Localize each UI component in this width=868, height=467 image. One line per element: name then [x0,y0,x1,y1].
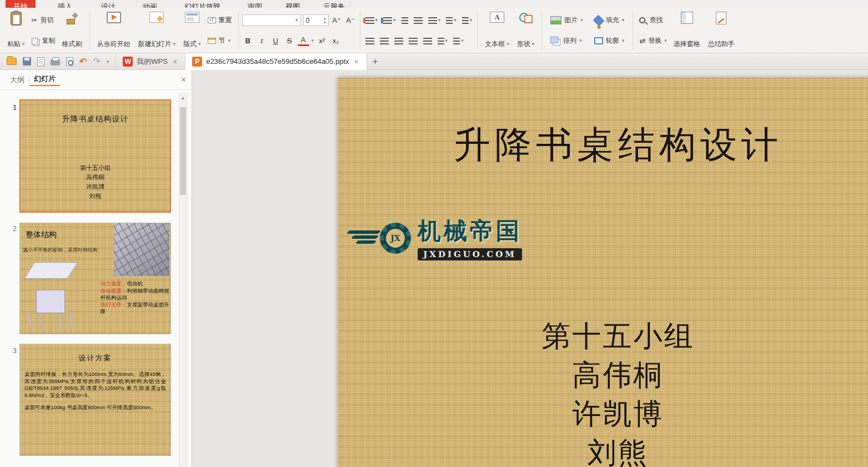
close-tab-icon[interactable]: × [172,57,178,66]
tab-slides[interactable]: 幻灯片 [29,74,60,86]
replace-button[interactable]: ⇄ 替换 ▾ [636,35,669,47]
underline-button[interactable]: U [270,36,282,47]
thumb2-items: 动力装置：电动机 传动装置：利用轴带动曲柄摇杆机构运动 执行元件：支撑架带动桌面… [101,280,171,315]
close-tab-icon[interactable]: × [353,57,360,66]
quick-access-icons: ↶ ↷ ▾ [0,56,116,67]
tab-cloud[interactable]: 云服务 [315,0,353,8]
group-separator [633,12,633,49]
spin-up-icon[interactable]: ▴ [324,16,326,21]
dropdown-arrow-icon[interactable]: ▾ [312,38,314,43]
align-left-button[interactable] [364,37,376,46]
justify-button[interactable] [407,37,419,46]
textbox-button[interactable]: 文本框▾ [481,9,513,52]
copy-button[interactable]: 复制 [29,35,58,47]
open-folder-icon[interactable] [7,58,17,65]
quickbar-dropdown-icon[interactable]: ▾ [107,59,109,64]
align-right-button[interactable] [393,37,405,46]
paste-icon [11,12,22,26]
print-icon[interactable] [51,59,60,66]
tab-my-wps[interactable]: W 我的WPS × [116,53,185,70]
logo-text-cn: 机械帝国 [418,215,522,247]
tab-view[interactable]: 视图 [278,0,308,8]
dropdown-arrow-icon: ▾ [22,42,25,47]
fill-button[interactable]: 填充 ▾ [591,14,628,26]
slide-subtitle-block[interactable]: 第十五小组 高伟桐 许凯博 刘熊 [338,317,868,467]
cut-button[interactable]: ✂ 剪切 [29,14,58,26]
find-button[interactable]: 查找 [636,14,669,26]
picture-button[interactable]: 图片 ▾ [548,14,586,26]
selection-pane-button[interactable]: 选择窗格 [670,9,704,52]
strikethrough-button[interactable]: S [284,36,295,47]
panel-scrollbar[interactable]: ▲ [179,93,187,467]
tab-document[interactable]: P e236c7943d35a48c57e59d5b6ce64a05.pptx … [185,53,367,70]
slide-line: 第十五小组 [338,317,868,355]
reset-button[interactable]: 重置 [205,14,235,26]
picture-label: 图片 [564,16,578,25]
grow-font-button[interactable]: A⁺ [331,15,343,26]
export-icon[interactable] [37,57,44,66]
save-icon[interactable] [23,57,31,66]
bold-button[interactable]: B [242,36,254,47]
close-panel-icon[interactable]: × [181,75,186,85]
new-slide-button[interactable]: 新建幻灯片▾ [134,9,180,52]
columns-button[interactable]: ▾ [444,16,458,25]
superscript-button[interactable]: x² [316,36,328,47]
summary-assistant-button[interactable]: 总结助手 [704,9,739,52]
distribute-button[interactable] [422,37,434,46]
undo-button[interactable]: ↶ [79,56,87,67]
shrink-font-button[interactable]: A⁻ [345,15,357,26]
italic-button[interactable]: I [256,36,268,47]
thumb1-title: 升降书桌结构设计 [21,114,170,124]
logo-emblem: JX [348,220,413,256]
play-from-current-button[interactable]: 从当前开始 [93,9,134,52]
font-name-select[interactable]: ▾ [242,14,301,26]
slide-canvas[interactable]: 升降书桌结构设计 JX 机械帝国 JXDIGUO.COM 第十五小组 高伟桐 许… [338,78,868,467]
vertical-text-button[interactable]: ▾ [451,37,465,46]
print-preview-icon[interactable] [66,57,73,66]
section-button[interactable]: 节 ▾ [205,35,235,47]
scroll-up-icon[interactable]: ▲ [179,94,187,103]
tab-animation[interactable]: 动画 [135,0,165,8]
format-painter-button[interactable]: 格式刷 [58,9,86,52]
redo-button[interactable]: ↷ [93,56,100,67]
gear-letters: JX [390,234,400,243]
slide-title[interactable]: 升降书桌结构设计 [338,120,868,170]
arrange-button[interactable]: 排列 ▾ [548,35,586,47]
subscript-button[interactable]: x₂ [330,36,342,47]
decrease-indent-button[interactable] [400,16,410,25]
bullets-button[interactable]: ▾ [364,16,380,25]
logo-text-en: JXDIGUO.COM [418,248,522,260]
outline-button[interactable]: 轮廓 ▾ [591,35,628,47]
slide-thumbnail-1[interactable]: 升降书桌结构设计 第十五小组 高伟桐 许凯博 刘熊 [19,99,171,213]
shapes-button[interactable]: 形状▾ [513,9,539,52]
textbox-icon [490,12,504,23]
tab-slideshow[interactable]: 幻灯片放映 [177,0,228,8]
slide-thumbnail-3[interactable]: 设计方案 桌面用纤维板，长方形长为100mm,宽为80mm。选择45钢，其强度为… [19,344,171,456]
numbering-button[interactable]: ▾ [382,16,398,25]
tab-design[interactable]: 设计 [93,0,123,8]
row-spacing-button[interactable]: ▾ [436,37,450,46]
text-direction-button[interactable]: ▾ [460,16,474,25]
font-size-select[interactable]: 0 ▴▾ [303,14,329,26]
tab-home[interactable]: 开始 [6,0,36,8]
line-spacing-button[interactable]: ▾ [427,16,443,25]
scrollbar-thumb[interactable] [180,107,186,195]
tab-review[interactable]: 审阅 [240,0,270,8]
align-center-button[interactable] [378,37,390,46]
tab-insert[interactable]: 插入 [50,0,80,8]
group-separator [477,12,478,49]
row-spacing-icon [438,38,444,44]
layout-button[interactable]: 版式▾ [179,9,205,52]
reset-icon [208,17,216,23]
paste-button[interactable]: 粘贴▾ [3,9,29,52]
increase-indent-button[interactable] [412,16,424,25]
new-tab-button[interactable]: + [367,53,384,70]
font-color-button[interactable]: A [298,36,309,46]
spin-down-icon[interactable]: ▾ [324,21,326,25]
tab-outline[interactable]: 大纲 [6,75,29,85]
item-label: 传动装置： [101,288,127,294]
slide-thumbnail-2[interactable]: 整体结构 减小不平衡的影响，采用对称结构 动力装置：电动机 传动装置：利用轴带动… [19,223,171,334]
mechanism-image [114,223,169,276]
summary-assistant-label: 总结助手 [708,39,735,49]
fill-icon [593,14,604,26]
